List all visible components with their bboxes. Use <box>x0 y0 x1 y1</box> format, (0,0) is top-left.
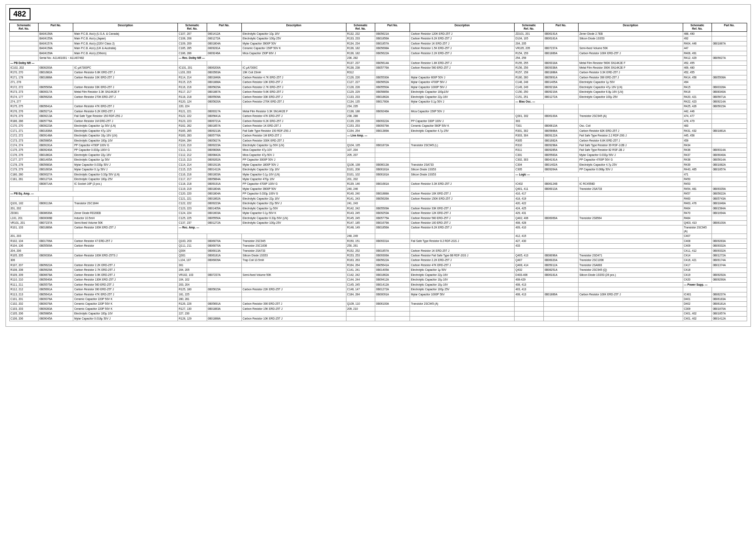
cell: Transistor 2SC945 <box>241 239 346 243</box>
cell: 0B06613A <box>543 124 578 128</box>
cell: 0B05575A <box>39 282 73 287</box>
cell: 301 <box>178 263 207 267</box>
cell: Mica Capacitor 47μ 10V <box>241 148 346 153</box>
cell: 0B05641A <box>375 263 410 267</box>
cell: Mylar Capacitor 0.1μ 50V K <box>241 211 346 216</box>
cell: 0B08096A <box>543 253 578 258</box>
cell: 0B05691A <box>39 287 73 292</box>
cell: Carbon Resistor 2.7K ERD-25T J <box>73 268 178 273</box>
cell <box>410 114 515 119</box>
cell: 0B01682A <box>712 162 747 167</box>
cell <box>178 234 207 239</box>
cell: 0B09292A <box>712 273 747 277</box>
cell: 0B09335A <box>712 186 747 191</box>
cell: C407 <box>683 234 712 239</box>
cell: R184, 284 <box>178 138 207 143</box>
cell <box>543 220 578 225</box>
cell: 0B05884A <box>207 177 241 182</box>
cell: L101, 201 <box>9 216 39 220</box>
cell: 0B09240A <box>39 148 73 153</box>
cell: Carbon Resistor 47 ERD-25T J <box>73 239 178 243</box>
cell: 0B05776A <box>39 119 73 123</box>
cell: C101, 201 <box>9 297 39 301</box>
cell: Transistor 2SC945 (A) <box>683 225 712 234</box>
cell: 0B01681A <box>375 182 410 186</box>
cell <box>578 206 683 211</box>
cell: C139, 239 <box>346 119 375 123</box>
cell <box>346 297 375 301</box>
cell: Mylar Capacitor 3900P 50V <box>241 41 346 46</box>
cell: R157, 158 <box>515 70 544 75</box>
cell <box>712 225 747 234</box>
cell <box>712 172 747 177</box>
header-part-no: Part No. <box>39 23 73 32</box>
cell <box>207 263 241 267</box>
cell: 0B06181A <box>375 167 410 172</box>
cell: Transistor 2SC945 (A) <box>410 302 515 306</box>
cell <box>712 109 747 114</box>
cell <box>241 292 346 297</box>
cell: 0B01862A <box>207 196 241 201</box>
cell: 0B01889A <box>543 292 578 297</box>
cell: Q402, 406 <box>515 216 544 220</box>
cell <box>207 234 241 239</box>
cell <box>39 248 73 253</box>
cell <box>543 248 578 253</box>
cell: Q407 <box>515 258 544 263</box>
cell: Mylar Capacitor 0.018μ 50V J <box>73 316 178 321</box>
cell: PP Capacitor 0.033μ 100V G <box>241 192 346 196</box>
cell: R140, 240 <box>346 192 375 196</box>
cell: 0B05776A <box>207 134 241 138</box>
cell: Metal Film Resistor 560K SN14K2E F <box>578 61 683 65</box>
cell: 0B05641A <box>39 292 73 297</box>
table-row: ZD301 0B08639A Zener Diode RD20EB C124, … <box>9 211 747 216</box>
cell: 0B01405A <box>543 80 578 85</box>
cell: PP Capacitor 4700P 100V G <box>73 143 178 147</box>
cell: Fail Safe Type Resistor 82 RSF-2B J <box>578 148 683 153</box>
cell: Q106, 108 <box>346 162 375 167</box>
cell: 104, 102 <box>178 278 207 282</box>
cell: C411, 412 <box>683 248 712 253</box>
cell: R422, 423 <box>683 100 712 104</box>
cell: R186, 286 <box>9 119 39 123</box>
cell: 0B09253A <box>375 211 410 216</box>
table-row: BA04157A Main P.C.B. Ass'y (220V Class 2… <box>9 41 747 46</box>
cell: 0B05698A <box>375 46 410 51</box>
table-row: R111, 211 0B05575A Carbon Resistor 560 E… <box>9 282 747 287</box>
table-row: C106, 206 0B09045A Mylar Capacitor 0.018… <box>9 316 747 321</box>
cell <box>410 56 515 61</box>
cell <box>39 100 73 104</box>
cell: R108, 208 <box>9 268 39 273</box>
cell <box>9 36 39 41</box>
cell <box>410 312 515 316</box>
cell: C126, 226 <box>346 75 375 80</box>
table-row: — PB Eq. Amp. — C120, 220 0B01804A PP Ca… <box>9 192 747 196</box>
cell: Serial No.: A11401001 ~ A11407482 <box>39 56 178 61</box>
cell <box>410 244 515 248</box>
cell: C110, 210 <box>178 143 207 147</box>
cell: 0B09283A <box>39 306 73 311</box>
cell <box>241 61 346 65</box>
cell: C302, 303 <box>515 158 544 162</box>
cell: Transistor 2SC945 (L) <box>410 143 515 147</box>
cell: Q103, 203 <box>178 239 207 243</box>
cell: D101, 208 <box>346 167 375 172</box>
cell: R156, 256 <box>515 65 544 70</box>
cell: 494 <box>683 80 712 85</box>
cell <box>375 244 410 248</box>
cell: R133, 233 <box>346 36 375 41</box>
cell: C137, 237 <box>178 220 207 225</box>
cell: C145, 245 <box>346 282 375 287</box>
cell: R142, 242 <box>346 206 375 211</box>
cell: R128, 129 <box>178 316 207 321</box>
cell: Q304 <box>178 248 207 253</box>
cell: 209, 210 <box>346 306 375 311</box>
cell: C170, 270 <box>9 124 39 128</box>
cell: 0B05885A <box>39 138 73 143</box>
cell: 0B06124B <box>543 182 578 186</box>
cell: — Logic — <box>515 172 683 177</box>
cell <box>578 302 683 306</box>
cell: Electrolytic Capacitor 100μ 25V <box>73 177 178 182</box>
table-row: C171, 271 0B01836A Electrolytic Capacito… <box>9 128 747 133</box>
cell: 0B05622A <box>375 258 410 263</box>
